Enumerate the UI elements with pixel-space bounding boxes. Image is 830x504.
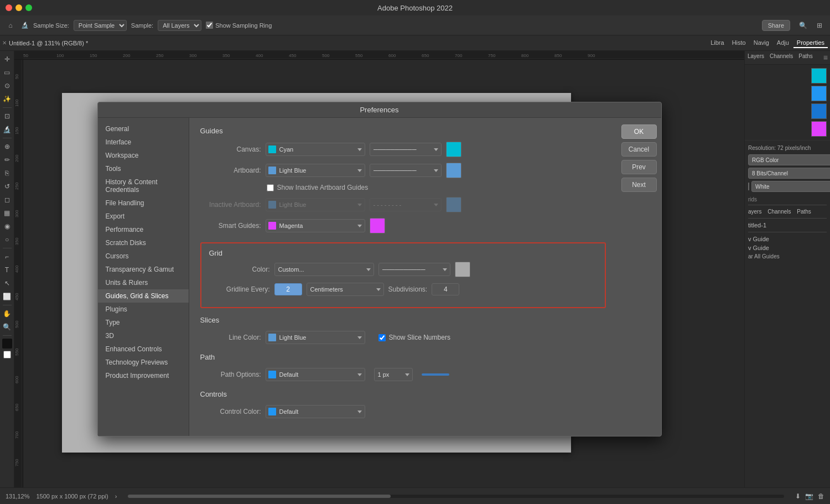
eraser-icon[interactable]: ◻	[1, 194, 13, 206]
sidebar-item-export[interactable]: Export	[98, 210, 189, 223]
sample-size-select[interactable]: Point Sample	[74, 20, 127, 31]
sidebar-item-transparency[interactable]: Transparency & Gamut	[98, 263, 189, 276]
sidebar-item-performance[interactable]: Performance	[98, 223, 189, 236]
pen-icon[interactable]: ⌐	[1, 251, 13, 263]
panel-menu-icon[interactable]: ≡	[821, 51, 830, 64]
workspace-icon[interactable]: ⊞	[813, 19, 826, 32]
inactive-artboard-line-style-select[interactable]: - - - - - - - -	[370, 198, 442, 211]
save-icon[interactable]: ⬇	[795, 492, 801, 500]
dodge-icon[interactable]: ○	[1, 233, 13, 246]
tab-properties[interactable]: Properties	[793, 38, 828, 48]
color-swatch-blue2[interactable]	[811, 103, 827, 119]
sidebar-item-history[interactable]: History & Content Credentials	[98, 175, 189, 196]
grid-line-style-select[interactable]: ──────────	[378, 263, 450, 276]
inactive-artboard-color-select[interactable]: Light Blue	[266, 198, 365, 211]
tab-close-button[interactable]: ✕	[2, 40, 7, 46]
camera-icon[interactable]: 📷	[805, 492, 813, 500]
sidebar-item-plugins[interactable]: Plugins	[98, 303, 189, 316]
show-sampling-ring-checkbox[interactable]	[206, 22, 213, 29]
home-icon[interactable]: ⌂	[4, 19, 17, 32]
tab-histogram[interactable]: Histo	[729, 38, 749, 48]
smart-guides-color-swatch[interactable]	[370, 218, 385, 233]
eyedropper-tool[interactable]: 🔬	[21, 22, 29, 29]
tab-adjustments[interactable]: Adju	[774, 38, 792, 48]
foreground-color[interactable]	[2, 339, 12, 349]
tab-navigator[interactable]: Navig	[750, 38, 772, 48]
show-slice-numbers-checkbox[interactable]	[378, 334, 386, 341]
artboard-line-style-select[interactable]: ──────────	[370, 164, 442, 177]
tab-channels[interactable]: Channels	[767, 51, 796, 64]
artboard-color-select[interactable]: Light Blue	[266, 164, 365, 177]
canvas-line-style-select[interactable]: ──────────	[370, 143, 442, 156]
color-mode-select[interactable]: RGB Color	[748, 154, 830, 165]
eyedropper-icon[interactable]: 🔬	[1, 123, 13, 136]
guide-item-3[interactable]: ar All Guides	[748, 252, 827, 261]
sidebar-item-general[interactable]: General	[98, 122, 189, 136]
smart-guides-color-select[interactable]: Magenta	[266, 219, 365, 232]
channels-tab[interactable]: Channels	[767, 209, 791, 215]
select-rect-icon[interactable]: ▭	[1, 66, 13, 79]
sidebar-item-interface[interactable]: Interface	[98, 136, 189, 149]
shape-icon[interactable]: ⬜	[1, 290, 13, 303]
sidebar-item-units[interactable]: Units & Rulers	[98, 276, 189, 289]
sidebar-item-product-improvement[interactable]: Product Improvement	[98, 369, 189, 382]
show-sampling-ring-label[interactable]: Show Sampling Ring	[206, 22, 272, 29]
color-swatch-cyan[interactable]	[811, 68, 827, 84]
show-inactive-checkbox[interactable]	[267, 184, 274, 191]
tab-layers[interactable]: Layers	[745, 51, 767, 64]
trash-icon[interactable]: 🗑	[818, 492, 824, 500]
sidebar-item-guides[interactable]: Guides, Grid & Slices	[98, 289, 189, 303]
crop-icon[interactable]: ⊡	[1, 110, 13, 122]
sidebar-item-tools[interactable]: Tools	[98, 162, 189, 175]
path-color-select[interactable]: Default	[266, 368, 365, 381]
magic-wand-icon[interactable]: ✨	[1, 93, 13, 105]
background-color[interactable]	[3, 351, 11, 358]
cancel-button[interactable]: Cancel	[621, 142, 657, 157]
sample-select[interactable]: All Layers	[158, 20, 201, 31]
paths-tab[interactable]: Paths	[797, 209, 811, 215]
scroll-bar[interactable]	[128, 495, 784, 498]
bits-select[interactable]: 8 Bits/Channel	[748, 168, 830, 179]
maximize-button[interactable]	[25, 4, 32, 11]
color-swatch-blue1[interactable]	[811, 86, 827, 101]
sidebar-item-scratch-disks[interactable]: Scratch Disks	[98, 236, 189, 250]
history-brush-icon[interactable]: ↺	[1, 180, 13, 193]
zoom-icon[interactable]: 🔍	[1, 321, 13, 333]
gridline-input[interactable]	[274, 283, 302, 295]
gradient-icon[interactable]: ▦	[1, 207, 13, 219]
guide-item-1[interactable]: v Guide	[748, 235, 827, 243]
sidebar-item-enhanced-controls[interactable]: Enhanced Controls	[98, 342, 189, 356]
document-tab[interactable]: Untitled-1 @ 131% (RGB/8) *	[9, 40, 88, 46]
layers-tab[interactable]: ayers	[748, 209, 761, 215]
grid-color-select[interactable]: Custom...	[274, 263, 374, 276]
hand-icon[interactable]: ✋	[1, 308, 13, 320]
sidebar-item-type[interactable]: Type	[98, 316, 189, 329]
sidebar-item-cursors[interactable]: Cursors	[98, 250, 189, 263]
bg-color-select[interactable]: White	[751, 181, 830, 192]
traffic-lights[interactable]	[6, 4, 32, 11]
gridline-unit-select[interactable]: Centimeters Pixels Inches Millimeters Po…	[307, 283, 384, 296]
sidebar-item-workspace[interactable]: Workspace	[98, 149, 189, 162]
share-button[interactable]: Share	[762, 20, 790, 31]
lasso-icon[interactable]: ⊙	[1, 80, 13, 92]
healing-icon[interactable]: ⊕	[1, 141, 13, 153]
search-icon[interactable]: 🔍	[797, 19, 809, 32]
guide-item-2[interactable]: v Guide	[748, 243, 827, 252]
path-select-icon[interactable]: ↖	[1, 277, 13, 289]
ok-button[interactable]: OK	[621, 124, 657, 139]
grid-color-swatch[interactable]	[455, 262, 470, 277]
clone-icon[interactable]: ⎘	[1, 167, 13, 179]
control-color-select[interactable]: Default	[266, 405, 365, 418]
path-width-select[interactable]: 1 px 2 px 3 px	[374, 368, 413, 381]
blur-icon[interactable]: ◉	[1, 220, 13, 232]
tab-libraries[interactable]: Libra	[707, 38, 727, 48]
subdivisions-input[interactable]	[432, 283, 459, 295]
move-tool-icon[interactable]: ✛	[1, 53, 13, 65]
prev-button[interactable]: Prev	[621, 160, 657, 174]
canvas-color-select[interactable]: Cyan	[266, 143, 365, 156]
color-swatch-magenta[interactable]	[811, 121, 827, 137]
sidebar-item-file-handling[interactable]: File Handling	[98, 196, 189, 210]
sidebar-item-3d[interactable]: 3D	[98, 329, 189, 342]
close-button[interactable]	[6, 4, 12, 11]
canvas-color-swatch[interactable]	[446, 142, 461, 157]
